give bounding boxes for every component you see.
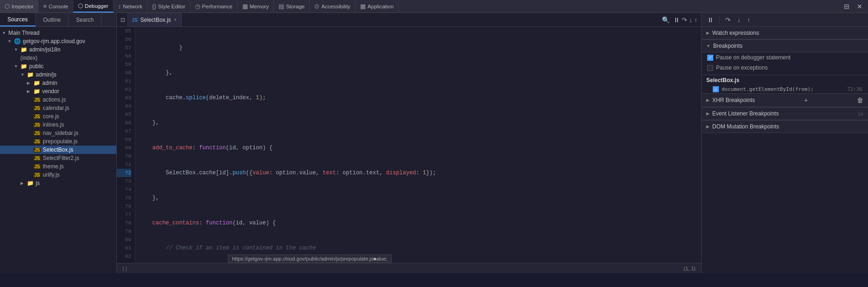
- sidebar-group-adminjs[interactable]: ▼ 📁 admin/js: [0, 70, 116, 79]
- js-icon: JS: [33, 131, 41, 136]
- arrow-icon: ▼: [20, 72, 25, 77]
- step-in-button[interactable]: ↓: [689, 16, 692, 24]
- editor-status-bar: { } (1, 1): [117, 263, 701, 273]
- toolbar-item-debugger[interactable]: ⬡ Debugger: [73, 0, 114, 13]
- toolbar-end: ⊟ ✕: [838, 2, 868, 11]
- tab-outline[interactable]: Outline: [36, 13, 69, 26]
- bp-line-number: 72:36: [847, 86, 862, 92]
- sidebar-file-prepopulate[interactable]: JS prepopulate.js: [0, 137, 116, 146]
- style-editor-icon: {}: [152, 3, 156, 10]
- xhr-clear-button[interactable]: 🗑: [857, 96, 863, 104]
- domain-label: getgov-rjm.app.cloud.gov: [23, 38, 85, 45]
- line-num-73: 73: [117, 177, 131, 185]
- bp-item-debugger-statement: Pause on debugger statement: [702, 52, 868, 63]
- line-num-72: 72: [117, 169, 131, 177]
- line-num-70: 70: [117, 152, 131, 160]
- url-tooltip: https://getgov-rjm.app.cloud.gov/public/…: [228, 255, 392, 263]
- toolbar-item-storage[interactable]: ▤ Storage: [274, 0, 310, 13]
- sidebar-file-theme[interactable]: JS theme.js: [0, 162, 116, 171]
- tab-sources[interactable]: Sources: [0, 13, 36, 26]
- xhr-add-button[interactable]: +: [804, 96, 808, 104]
- xhr-breakpoints-header[interactable]: ▶ XHR Breakpoints + 🗑: [702, 94, 868, 107]
- editor-icon-btn[interactable]: ⊡: [119, 17, 127, 23]
- sidebar-file-urlify[interactable]: JS urlify.js: [0, 171, 116, 179]
- step-out-button[interactable]: ↑: [694, 16, 697, 24]
- sidebar-file-index[interactable]: (index): [0, 54, 116, 62]
- step-in-rp-button[interactable]: ↓: [735, 15, 742, 25]
- step-over-rp-button[interactable]: ↷: [723, 15, 733, 25]
- line-num-75: 75: [117, 194, 131, 202]
- pause-exceptions-checkbox[interactable]: [707, 65, 713, 71]
- sidebar-file-actions[interactable]: JS actions.js: [0, 96, 116, 104]
- line-num-67: 67: [117, 127, 131, 135]
- editor-toolbar-right: 🔍 ⏸ ↷ ↓ ↑: [660, 15, 701, 25]
- folder-icon: 📁: [33, 88, 40, 95]
- code-line-55: }: [139, 44, 701, 52]
- sidebar-group-jsi18n[interactable]: ▼ 📁 admin/jsi18n: [0, 45, 116, 54]
- sidebar-file-nav-sidebar[interactable]: JS nav_sidebar.js: [0, 129, 116, 137]
- sidebar-file-selectbox[interactable]: JS SelectBox.js: [0, 146, 116, 154]
- line-num-65: 65: [117, 110, 131, 119]
- code-content: } }, cache.splice(delete_index, 1); }, a…: [135, 27, 701, 263]
- debugger-icon: ⬡: [78, 2, 83, 9]
- editor-search-button[interactable]: 🔍: [660, 15, 672, 25]
- toolbar-item-application[interactable]: ▦ Application: [355, 0, 399, 13]
- bp-line-checkbox[interactable]: [713, 86, 719, 92]
- event-listener-header[interactable]: ▶ Event Listener Breakpoints Lo: [702, 108, 868, 120]
- line-num-68: 68: [117, 135, 131, 144]
- xhr-label: XHR Breakpoints: [712, 97, 755, 103]
- sidebar-group-public[interactable]: ▼ 📁 public: [0, 62, 116, 70]
- bp-label: Breakpoints: [713, 43, 742, 49]
- sidebar-file-calendar[interactable]: JS calendar.js: [0, 104, 116, 112]
- editor-bottom-left: { }: [122, 266, 127, 271]
- line-num-57: 57: [117, 44, 131, 52]
- event-log-label: Lo: [858, 111, 863, 116]
- toolbar-item-console[interactable]: ≡ Console: [38, 0, 73, 13]
- dock-button[interactable]: ⊟: [842, 2, 851, 11]
- xhr-breakpoints-section: ▶ XHR Breakpoints + 🗑: [702, 93, 868, 107]
- toolbar-item-network[interactable]: ↕ Network: [114, 0, 148, 13]
- toolbar-item-style-editor[interactable]: {} Style Editor: [147, 0, 190, 13]
- sidebar-group-vendor[interactable]: ▶ 📁 vendor: [0, 87, 116, 96]
- pause-debugger-button[interactable]: ⏸: [705, 15, 716, 25]
- close-tab-button[interactable]: ×: [174, 17, 177, 22]
- toolbar-item-accessibility[interactable]: ⊙ Accessibility: [310, 0, 355, 13]
- line-num-79: 79: [117, 227, 131, 236]
- watch-expressions-header[interactable]: ▶ Watch expressions: [702, 27, 868, 39]
- file-label: urlify.js: [43, 172, 59, 178]
- bp-file-header: SelectBox.js: [702, 75, 868, 85]
- toolbar-item-performance[interactable]: ◷ Performance: [190, 0, 238, 13]
- event-label: Event Listener Breakpoints: [712, 110, 779, 117]
- sidebar-group-js[interactable]: ▶ 📁 js: [0, 179, 116, 187]
- tab-search[interactable]: Search: [69, 13, 101, 26]
- breakpoints-header[interactable]: ▼ Breakpoints: [702, 40, 868, 52]
- line-num-78: 78: [117, 219, 131, 227]
- sidebar-group-main-thread[interactable]: ▼ Main Thread: [0, 29, 116, 37]
- toolbar-item-inspector[interactable]: ⬡ Inspector: [0, 0, 38, 13]
- line-num-82: 82: [117, 252, 131, 261]
- sidebar-group-admin[interactable]: ▶ 📁 admin: [0, 79, 116, 87]
- file-label: theme.js: [43, 163, 63, 170]
- code-line-60: SelectBox.cache[id].push({value: option.…: [139, 169, 701, 177]
- pause-debugger-checkbox[interactable]: [707, 55, 713, 61]
- dom-arrow-icon: ▶: [706, 124, 710, 129]
- line-num-66: 66: [117, 119, 131, 127]
- right-panel-content: ▶ Watch expressions ▼ Breakpoints Pause …: [702, 27, 868, 273]
- step-out-rp-button[interactable]: ↑: [745, 15, 752, 25]
- sidebar-group-root-domain[interactable]: ▼ 🌐 getgov-rjm.app.cloud.gov: [0, 37, 116, 45]
- step-over-button[interactable]: ↷: [682, 16, 687, 24]
- code-editor[interactable]: 55 56 57 58 59 60 61 62 63 64 65 66 67 6…: [117, 27, 701, 263]
- file-label: core.js: [43, 113, 59, 120]
- pause-button[interactable]: ⏸: [673, 16, 680, 24]
- file-label: actions.js: [43, 96, 66, 103]
- sidebar-file-selectfilter2[interactable]: JS SelectFilter2.js: [0, 154, 116, 162]
- sidebar-file-inlines[interactable]: JS inlines.js: [0, 121, 116, 129]
- close-devtools-button[interactable]: ✕: [855, 2, 864, 11]
- sidebar-file-core[interactable]: JS core.js: [0, 112, 116, 121]
- file-label: (index): [20, 55, 38, 61]
- editor-tab-selectbox[interactable]: JS SelectBox.js ×: [127, 13, 182, 26]
- toolbar-item-memory[interactable]: ▦ Memory: [238, 0, 274, 13]
- line-num-76: 76: [117, 202, 131, 210]
- event-arrow-icon: ▶: [706, 111, 710, 116]
- dom-mutation-header[interactable]: ▶ DOM Mutation Breakpoints: [702, 121, 868, 133]
